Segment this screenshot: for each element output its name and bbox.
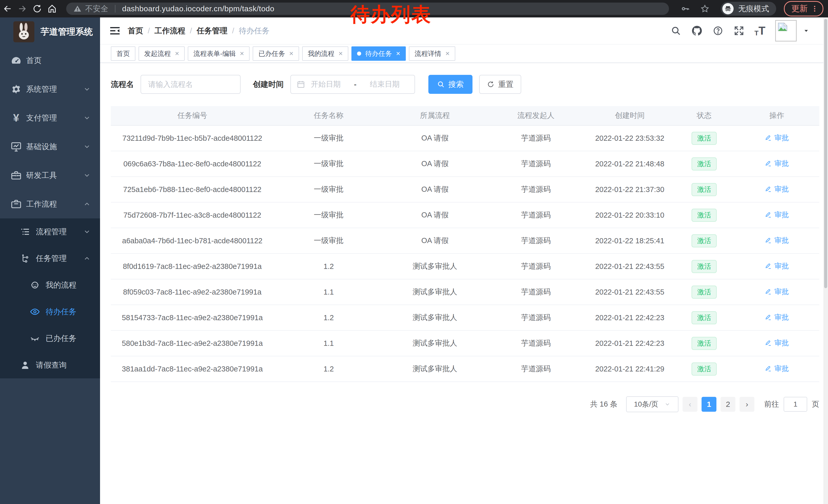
- sidebar-item-infra[interactable]: 基础设施: [0, 132, 100, 161]
- fullscreen-icon[interactable]: [733, 25, 745, 36]
- approve-link[interactable]: 审批: [764, 236, 789, 245]
- status-badge: 激活: [692, 363, 717, 375]
- approve-link[interactable]: 审批: [764, 338, 789, 348]
- browser-back-button[interactable]: [0, 1, 15, 16]
- incognito-label: 无痕模式: [738, 4, 769, 14]
- end-date-placeholder[interactable]: 结束日期: [370, 79, 400, 89]
- bookmark-star-icon[interactable]: [700, 4, 709, 13]
- table-row: 381aa1dd-7ac8-11ec-a9e2-a2380e71991a 1.2…: [111, 356, 819, 382]
- sidebar-item-process-mgmt[interactable]: 流程管理: [0, 218, 100, 245]
- close-icon[interactable]: ×: [445, 50, 449, 57]
- font-size-icon[interactable]: TT: [754, 25, 765, 36]
- help-icon[interactable]: [712, 25, 723, 36]
- avatar[interactable]: [775, 20, 797, 42]
- search-button[interactable]: 搜索: [428, 75, 472, 94]
- cell-task-id: 725a1eb6-7b88-11ec-8ef0-acde48001122: [111, 185, 274, 194]
- approve-link[interactable]: 审批: [764, 210, 789, 220]
- status-badge: 激活: [692, 183, 717, 196]
- search-icon[interactable]: [670, 25, 681, 36]
- sidebar-fold-icon[interactable]: [109, 25, 121, 36]
- sidebar-item-system[interactable]: 系统管理: [0, 75, 100, 103]
- reset-button[interactable]: 重置: [479, 75, 521, 94]
- breadcrumb-separator: /: [232, 27, 234, 35]
- security-label[interactable]: 不安全: [85, 4, 108, 14]
- approve-link[interactable]: 审批: [764, 313, 789, 322]
- page-size-select[interactable]: 10条/页: [626, 396, 678, 412]
- goto-page-input[interactable]: [784, 397, 807, 412]
- scrollbar-thumb[interactable]: [824, 19, 827, 288]
- breadcrumb-workflow[interactable]: 工作流程: [155, 26, 185, 36]
- date-range-input[interactable]: 开始日期 - 结束日期: [290, 75, 415, 94]
- cell-process: 测试多审批人: [383, 364, 486, 374]
- close-icon[interactable]: ×: [175, 50, 179, 57]
- sidebar-item-label: 任务管理: [36, 253, 67, 264]
- cell-process: 测试多审批人: [383, 287, 486, 297]
- browser-home-button[interactable]: [45, 1, 59, 16]
- tab-done-tasks[interactable]: 已办任务 ×: [253, 46, 299, 61]
- chevron-down-icon: [83, 172, 91, 179]
- cell-starter: 芋道源码: [486, 261, 586, 272]
- col-process: 所属流程: [383, 110, 486, 121]
- sidebar-item-done-tasks[interactable]: 已办任务: [0, 325, 100, 352]
- breadcrumb-home[interactable]: 首页: [128, 26, 143, 36]
- sidebar-item-home[interactable]: 首页: [0, 46, 100, 75]
- breadcrumb: 首页 / 工作流程 / 任务管理 / 待办任务: [128, 17, 270, 44]
- sidebar-item-my-process[interactable]: 我的流程: [0, 272, 100, 299]
- close-icon[interactable]: ×: [396, 50, 400, 57]
- tab-start-process[interactable]: 发起流程 ×: [138, 46, 185, 61]
- url-text[interactable]: dashboard.yudao.iocoder.cn/bpm/task/todo: [122, 4, 275, 13]
- approve-link[interactable]: 审批: [764, 287, 789, 296]
- tab-process-detail[interactable]: 流程详情 ×: [409, 46, 455, 61]
- breadcrumb-task-mgmt[interactable]: 任务管理: [197, 26, 227, 36]
- next-page-button[interactable]: ›: [740, 397, 754, 412]
- sidebar-item-label: 工作流程: [26, 199, 57, 210]
- search-button-label: 搜索: [448, 79, 464, 90]
- close-icon[interactable]: ×: [240, 50, 244, 57]
- sidebar-item-label: 研发工具: [26, 170, 57, 181]
- cell-create-time: 2022-01-22 23:53:32: [586, 134, 674, 142]
- cell-process: OA 请假: [383, 210, 486, 220]
- tab-my-process[interactable]: 我的流程 ×: [302, 46, 348, 61]
- approve-link[interactable]: 审批: [764, 159, 789, 169]
- github-icon[interactable]: [691, 25, 703, 36]
- browser-reload-button[interactable]: [30, 1, 45, 16]
- sidebar-item-task-mgmt[interactable]: 任务管理: [0, 245, 100, 272]
- approve-link[interactable]: 审批: [764, 133, 789, 143]
- sidebar-item-devtools[interactable]: 研发工具: [0, 161, 100, 190]
- start-date-placeholder[interactable]: 开始日期: [311, 79, 341, 89]
- tab-process-form-edit[interactable]: 流程表单-编辑 ×: [188, 46, 250, 61]
- sidebar-item-label: 待办任务: [46, 307, 76, 317]
- tab-label: 待办任务: [365, 49, 392, 58]
- page-2-button[interactable]: 2: [720, 397, 735, 412]
- page-1-button[interactable]: 1: [702, 397, 716, 412]
- sidebar-item-workflow[interactable]: 工作流程: [0, 190, 100, 218]
- col-actions: 操作: [734, 110, 819, 121]
- page-scrollbar[interactable]: [823, 17, 828, 504]
- app-logo-row[interactable]: 芋道管理系统: [0, 17, 100, 46]
- edit-pen-icon: [764, 263, 772, 270]
- table-row: 8f059c03-7ac8-11ec-a9e2-a2380e71991a 1.1…: [111, 279, 819, 305]
- sidebar-item-todo-tasks[interactable]: 待办任务: [0, 299, 100, 325]
- sidebar-item-leave-query[interactable]: 请假查询: [0, 352, 100, 378]
- process-name-input[interactable]: [140, 75, 241, 94]
- table-row: 069c6a63-7b8a-11ec-8ef0-acde48001122 一级审…: [111, 151, 819, 177]
- close-icon[interactable]: ×: [289, 50, 293, 57]
- col-task-name: 任务名称: [274, 110, 383, 121]
- approve-link[interactable]: 审批: [764, 364, 789, 373]
- approve-link[interactable]: 审批: [764, 184, 789, 194]
- prev-page-button[interactable]: ‹: [682, 397, 697, 412]
- task-tree-icon: [20, 253, 30, 264]
- approve-link[interactable]: 审批: [764, 261, 789, 271]
- password-key-icon[interactable]: [681, 4, 690, 13]
- sidebar-item-payment[interactable]: ¥ 支付管理: [0, 103, 100, 132]
- update-label[interactable]: 更新: [791, 3, 808, 14]
- close-icon[interactable]: ×: [339, 50, 343, 57]
- browser-forward-button[interactable]: [15, 1, 30, 16]
- tab-home[interactable]: 首页: [111, 46, 135, 61]
- caret-down-icon[interactable]: [803, 28, 810, 34]
- breadcrumb-separator: /: [190, 27, 192, 35]
- app-navbar: 首页 / 工作流程 / 任务管理 / 待办任务: [100, 17, 823, 44]
- tab-todo-tasks[interactable]: 待办任务 ×: [351, 46, 406, 61]
- browser-update-button[interactable]: 更新: [784, 1, 823, 16]
- monitor-icon: [10, 141, 22, 152]
